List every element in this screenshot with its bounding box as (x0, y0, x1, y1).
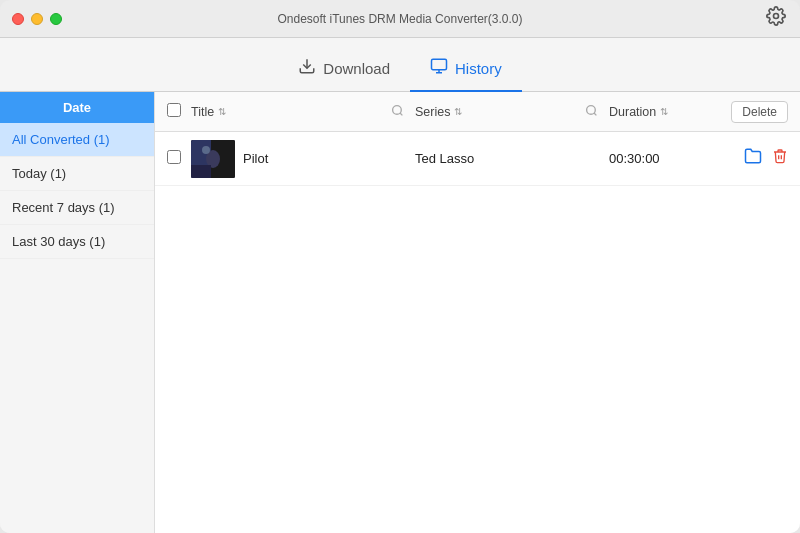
svg-point-13 (202, 146, 210, 154)
sidebar: Date All Converted (1) Today (1) Recent … (0, 92, 155, 533)
svg-rect-2 (432, 59, 447, 70)
sidebar-item-all-converted[interactable]: All Converted (1) (0, 123, 154, 157)
series-search-icon[interactable] (585, 104, 609, 120)
delete-row-icon[interactable] (772, 147, 788, 170)
table-row: Pilot Ted Lasso 00:30:00 (155, 132, 800, 186)
header-actions: Delete (708, 101, 788, 123)
svg-point-5 (393, 105, 402, 114)
main-area: Date All Converted (1) Today (1) Recent … (0, 92, 800, 533)
svg-point-0 (774, 14, 779, 19)
window-title: Ondesoft iTunes DRM Media Converter(3.0.… (278, 12, 523, 26)
content-area: Title ⇅ Series ⇅ Duration ⇅ (155, 92, 800, 533)
minimize-button[interactable] (31, 13, 43, 25)
select-all-checkbox[interactable] (167, 103, 181, 117)
sidebar-item-last-30[interactable]: Last 30 days (1) (0, 225, 154, 259)
header-checkbox-col (167, 103, 191, 121)
title-sort-icon[interactable]: ⇅ (218, 106, 226, 117)
row-duration: 00:30:00 (609, 151, 708, 166)
row-checkbox-col (167, 150, 191, 168)
col-duration: Duration ⇅ (609, 105, 708, 119)
col-title: Title ⇅ (191, 105, 391, 119)
svg-point-7 (587, 105, 596, 114)
tabbar: Download History (0, 38, 800, 92)
sidebar-header: Date (0, 92, 154, 123)
row-thumbnail (191, 140, 235, 178)
row-series: Ted Lasso (415, 151, 585, 166)
open-folder-icon[interactable] (744, 147, 762, 170)
row-actions (708, 147, 788, 170)
delete-button[interactable]: Delete (731, 101, 788, 123)
download-icon (298, 57, 316, 80)
sidebar-item-today[interactable]: Today (1) (0, 157, 154, 191)
col-series: Series ⇅ (415, 105, 585, 119)
table-header: Title ⇅ Series ⇅ Duration ⇅ (155, 92, 800, 132)
maximize-button[interactable] (50, 13, 62, 25)
title-search-icon[interactable] (391, 104, 415, 120)
svg-line-6 (400, 113, 402, 115)
series-sort-icon[interactable]: ⇅ (454, 106, 462, 117)
row-title: Pilot (243, 151, 391, 166)
close-button[interactable] (12, 13, 24, 25)
settings-button[interactable] (766, 6, 786, 31)
col-series-label: Series (415, 105, 450, 119)
duration-sort-icon[interactable]: ⇅ (660, 106, 668, 117)
window-controls (12, 13, 62, 25)
titlebar: Ondesoft iTunes DRM Media Converter(3.0.… (0, 0, 800, 38)
svg-rect-14 (191, 165, 211, 178)
sidebar-item-recent-7[interactable]: Recent 7 days (1) (0, 191, 154, 225)
history-icon (430, 57, 448, 80)
row-select-checkbox[interactable] (167, 150, 181, 164)
col-title-label: Title (191, 105, 214, 119)
tab-download-label: Download (323, 60, 390, 77)
tab-history-label: History (455, 60, 502, 77)
col-duration-label: Duration (609, 105, 656, 119)
tab-download[interactable]: Download (278, 47, 410, 92)
svg-line-8 (594, 113, 596, 115)
tab-history[interactable]: History (410, 47, 522, 92)
